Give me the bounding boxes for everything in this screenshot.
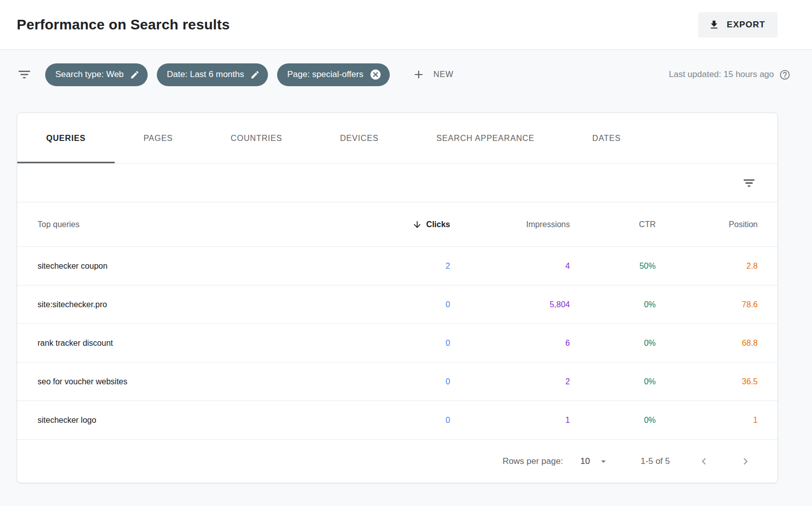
table-filter-icon[interactable] xyxy=(742,176,756,190)
table-row[interactable]: site:sitechecker.pro 0 5,804 0% 78.6 xyxy=(17,285,777,324)
ctr-cell: 0% xyxy=(570,377,656,386)
filter-chip-search-type[interactable]: Search type: Web xyxy=(45,63,148,86)
query-cell[interactable]: sitechecker logo xyxy=(17,416,349,425)
table-pagination: Rows per page: 10 1-5 of 5 xyxy=(17,440,777,483)
top-header: Performance on Search results EXPORT xyxy=(0,0,812,50)
next-page-button[interactable] xyxy=(736,452,755,471)
clicks-cell: 0 xyxy=(349,377,450,386)
table-row[interactable]: sitechecker logo 0 1 0% 1 xyxy=(17,401,777,440)
impressions-cell: 6 xyxy=(450,339,570,348)
filter-chip-label: Page: special-offers xyxy=(287,69,363,80)
table-row[interactable]: rank tracker discount 0 6 0% 68.8 xyxy=(17,324,777,363)
tab-devices[interactable]: DEVICES xyxy=(311,113,408,163)
filter-chip-label: Date: Last 6 months xyxy=(167,69,244,80)
clicks-cell: 0 xyxy=(349,300,450,309)
column-header-queries: Top queries xyxy=(17,220,349,229)
table-toolbar xyxy=(17,164,777,202)
tab-search-appearance[interactable]: SEARCH APPEARANCE xyxy=(408,113,563,163)
ctr-cell: 0% xyxy=(570,300,656,309)
impressions-cell: 5,804 xyxy=(450,300,570,309)
previous-page-button[interactable] xyxy=(694,452,714,471)
remove-filter-icon[interactable] xyxy=(369,68,382,81)
filter-chip-label: Search type: Web xyxy=(55,69,124,80)
export-button-label: EXPORT xyxy=(727,20,765,30)
rows-per-page-value: 10 xyxy=(580,456,590,466)
filter-chip-date[interactable]: Date: Last 6 months xyxy=(157,63,268,86)
page-range-text: 1-5 of 5 xyxy=(640,456,670,466)
tab-queries[interactable]: QUERIES xyxy=(17,113,115,163)
filter-list-icon[interactable] xyxy=(17,67,32,82)
impressions-cell: 4 xyxy=(450,262,570,271)
chevron-left-icon xyxy=(697,455,710,468)
table-row[interactable]: seo for voucher websites 0 2 0% 36.5 xyxy=(17,363,777,401)
query-cell[interactable]: seo for voucher websites xyxy=(17,377,349,386)
position-cell: 1 xyxy=(656,416,758,425)
position-cell: 36.5 xyxy=(656,377,758,386)
position-cell: 68.8 xyxy=(656,339,758,348)
impressions-cell: 2 xyxy=(450,377,570,386)
ctr-cell: 0% xyxy=(570,416,656,425)
clicks-cell: 2 xyxy=(349,262,450,271)
download-icon xyxy=(708,19,720,30)
position-cell: 2.8 xyxy=(656,262,758,271)
ctr-cell: 0% xyxy=(570,339,656,348)
clicks-cell: 0 xyxy=(349,339,450,348)
performance-card: QUERIES PAGES COUNTRIES DEVICES SEARCH A… xyxy=(17,113,778,483)
tab-countries[interactable]: COUNTRIES xyxy=(202,113,311,163)
last-updated: Last updated: 15 hours ago xyxy=(669,69,791,81)
tab-dates[interactable]: DATES xyxy=(563,113,650,163)
page-title: Performance on Search results xyxy=(17,17,230,33)
column-header-impressions[interactable]: Impressions xyxy=(450,220,570,229)
tab-pages[interactable]: PAGES xyxy=(115,113,202,163)
dropdown-arrow-icon xyxy=(598,456,609,467)
impressions-cell: 1 xyxy=(450,416,570,425)
column-header-position[interactable]: Position xyxy=(656,220,758,229)
query-cell[interactable]: site:sitechecker.pro xyxy=(17,300,349,309)
export-button[interactable]: EXPORT xyxy=(698,12,777,38)
column-header-clicks[interactable]: Clicks xyxy=(349,220,450,230)
clicks-cell: 0 xyxy=(349,416,450,425)
rows-per-page-label: Rows per page: xyxy=(502,456,563,466)
filter-chip-page[interactable]: Page: special-offers xyxy=(277,63,390,86)
last-updated-text: Last updated: 15 hours ago xyxy=(669,69,774,80)
table-header-row: Top queries Clicks Impressions CTR Posit… xyxy=(17,202,777,247)
edit-icon[interactable] xyxy=(250,70,260,80)
help-icon[interactable] xyxy=(779,69,791,81)
edit-icon[interactable] xyxy=(130,70,140,80)
ctr-cell: 50% xyxy=(570,262,656,271)
query-cell[interactable]: rank tracker discount xyxy=(17,339,349,348)
table-row[interactable]: sitechecker coupon 2 4 50% 2.8 xyxy=(17,247,777,285)
new-filter-button[interactable]: NEW xyxy=(412,68,454,81)
sort-descending-icon xyxy=(412,220,422,230)
plus-icon xyxy=(412,68,425,81)
query-cell[interactable]: sitechecker coupon xyxy=(17,262,349,271)
position-cell: 78.6 xyxy=(656,300,758,309)
new-filter-label: NEW xyxy=(433,70,454,79)
dimension-tabs: QUERIES PAGES COUNTRIES DEVICES SEARCH A… xyxy=(17,113,777,164)
column-header-ctr[interactable]: CTR xyxy=(570,220,656,229)
rows-per-page-select[interactable]: 10 xyxy=(580,456,609,467)
filter-bar: Search type: Web Date: Last 6 months Pag… xyxy=(0,50,812,99)
chevron-right-icon xyxy=(739,455,752,468)
